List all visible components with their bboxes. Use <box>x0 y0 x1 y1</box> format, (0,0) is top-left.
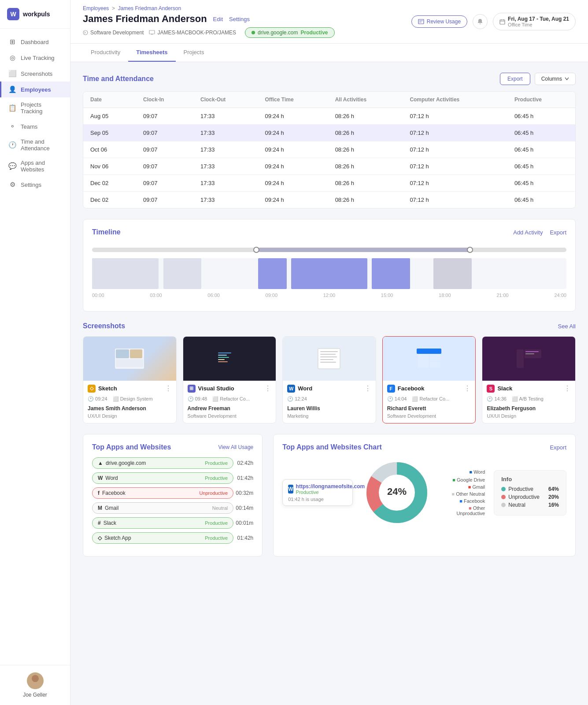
columns-button[interactable]: Columns <box>535 73 576 85</box>
apps-header: Top Apps and Websites View All Usage <box>92 443 253 451</box>
notifications-button[interactable] <box>473 14 488 29</box>
sidebar-item-settings[interactable]: ⚙Settings <box>0 177 70 193</box>
sidebar: W workpuls ⊞Dashboard◎Live Tracking⬜Scre… <box>0 0 70 705</box>
screenshot-info: 🕐 12:24 <box>283 394 376 404</box>
timeline-block-4 <box>291 258 367 289</box>
screenshot-dept: UX/UI Design <box>83 413 176 423</box>
avatar <box>27 672 44 689</box>
screenshot-user: Andrew Freeman <box>183 404 276 413</box>
screenshot-info: 🕐 14:04 ⬜ Refactor Co... <box>383 394 476 404</box>
time-attendance-header: Time and Attendance Export Columns <box>83 73 576 85</box>
app-icon: ◇ <box>88 385 96 393</box>
sidebar-item-dashboard[interactable]: ⊞Dashboard <box>0 34 70 50</box>
screenshot-thumb <box>83 337 176 381</box>
svg-rect-18 <box>218 355 227 356</box>
info-label: Unproductive <box>508 494 540 500</box>
table-row[interactable]: Oct 0609:0717:3309:24 h08:26 h07:12 h06:… <box>83 141 575 158</box>
sidebar-item-screenshots[interactable]: ⬜Screenshots <box>0 66 70 82</box>
app-list-item[interactable]: W Word Productive 01:42h <box>92 472 253 484</box>
app-list-item[interactable]: # Slack Productive 00:01m <box>92 517 253 529</box>
app-icon: W <box>287 385 295 393</box>
calendar-icon <box>499 19 505 25</box>
more-button[interactable]: ⋮ <box>364 384 371 393</box>
app-list-item[interactable]: f Facebook Unproductive 00:32m <box>92 487 253 499</box>
svg-rect-27 <box>320 362 336 363</box>
screenshot-card[interactable]: ⊞ Visual Studio ⋮ 🕐 09:48 ⬜ Refactor Co.… <box>183 336 277 423</box>
sidebar-item-label: Employees <box>21 86 51 93</box>
page-title: James Friedman Anderson <box>83 13 207 25</box>
svg-rect-17 <box>218 352 231 353</box>
sidebar-item-employees[interactable]: 👤Employees <box>0 82 70 97</box>
more-button[interactable]: ⋮ <box>165 384 172 393</box>
timeline-header: Timeline Add Activity Export <box>92 228 566 236</box>
app-list-name: Sketch App <box>104 535 131 541</box>
more-button[interactable]: ⋮ <box>264 384 271 393</box>
add-activity-link[interactable]: Add Activity <box>513 229 543 236</box>
review-usage-button[interactable]: Review Usage <box>411 15 467 28</box>
timeline-label: 21:00 <box>496 293 509 298</box>
timeline-block-1 <box>92 258 159 289</box>
svg-rect-15 <box>116 359 143 367</box>
app-list-item[interactable]: ▲ drive.google.com Productive 02:42h <box>92 457 253 469</box>
table-row[interactable]: Aug 0509:0717:3309:24 h08:26 h07:12 h06:… <box>83 108 575 125</box>
content-area: Time and Attendance Export Columns DateC… <box>70 62 588 567</box>
chart-export-link[interactable]: Export <box>550 444 566 451</box>
screenshot-time: 🕐 12:24 <box>287 396 307 402</box>
sidebar-item-apps-websites[interactable]: 💬Apps and Websites <box>0 156 70 177</box>
app-status-label: Productive <box>205 520 228 526</box>
table-row[interactable]: Sep 0509:0717:3309:24 h08:26 h07:12 h06:… <box>83 125 575 141</box>
svg-rect-20 <box>218 359 225 360</box>
breadcrumb-child: James Friedman Anderson <box>118 5 181 11</box>
cell-clock_in: 09:07 <box>136 192 193 208</box>
tab-timesheets[interactable]: Timesheets <box>128 44 175 62</box>
see-all-link[interactable]: See All <box>558 323 576 330</box>
sidebar-item-projects-tracking[interactable]: 📋Projects Tracking <box>0 97 70 119</box>
screenshots-icon: ⬜ <box>8 70 16 78</box>
more-button[interactable]: ⋮ <box>464 384 471 393</box>
svg-text:24%: 24% <box>387 486 407 497</box>
app-list-item[interactable]: ◇ Sketch App Productive 01:42h <box>92 532 253 544</box>
screenshot-card[interactable]: S Slack ⋮ 🕐 14:36 ⬜ A/B Testing Elizabet… <box>482 336 576 423</box>
screenshot-card[interactable]: F Facebook ⋮ 🕐 14:04 ⬜ Refactor Co... Ri… <box>382 336 476 423</box>
timeline-export-link[interactable]: Export <box>550 229 566 236</box>
info-pct: 20% <box>548 494 559 500</box>
cell-office_time: 09:24 h <box>258 158 328 175</box>
export-button[interactable]: Export <box>500 73 530 85</box>
table-row[interactable]: Dec 0209:0717:3309:24 h08:26 h07:12 h06:… <box>83 192 575 208</box>
settings-link[interactable]: Settings <box>229 16 250 22</box>
app-name-row: F Facebook <box>387 385 425 393</box>
app-list-item[interactable]: M Gmail Neutral 00:14m <box>92 502 253 514</box>
breadcrumb-parent[interactable]: Employees <box>83 5 109 11</box>
view-all-link[interactable]: View All Usage <box>218 444 253 450</box>
tab-projects[interactable]: Projects <box>176 44 212 62</box>
screenshot-dept: Marketing <box>283 413 376 423</box>
app-time: 02:42h <box>233 460 253 466</box>
app-badge: ▲ drive.google.com Productive <box>92 457 233 469</box>
app-status-label: Unproductive <box>199 490 228 496</box>
table-row[interactable]: Nov 0609:0717:3309:24 h08:26 h07:12 h06:… <box>83 158 575 175</box>
cell-date: Oct 06 <box>83 141 136 158</box>
sidebar-item-live-tracking[interactable]: ◎Live Tracking <box>0 50 70 66</box>
chevron-down-icon <box>565 77 569 81</box>
col-date: Date <box>83 92 136 108</box>
timeline-slider[interactable] <box>92 248 566 252</box>
more-button[interactable]: ⋮ <box>564 384 571 393</box>
svg-rect-25 <box>320 356 337 357</box>
topbar: Employees > James Friedman Anderson Jame… <box>70 0 588 44</box>
cell-all_activities: 08:26 h <box>328 141 403 158</box>
screenshot-card[interactable]: ◇ Sketch ⋮ 🕐 09:24 ⬜ Design System James… <box>83 336 177 423</box>
screenshot-card[interactable]: W Word ⋮ 🕐 12:24 Lauren Willis Marketing <box>282 336 376 423</box>
time-attendance-table: DateClock-InClock-OutOffice TimeAll Acti… <box>83 91 576 208</box>
edit-link[interactable]: Edit <box>213 16 223 22</box>
cell-computer_activities: 07:12 h <box>403 141 507 158</box>
app-name-row: S Slack <box>487 385 512 393</box>
sidebar-item-teams[interactable]: ⚬Teams <box>0 119 70 134</box>
slider-handle-left[interactable] <box>253 247 259 253</box>
date-range-picker[interactable]: Fri, Aug 17 - Tue, Aug 21 Office Time <box>493 13 576 30</box>
table-row[interactable]: Dec 0209:0717:3309:24 h08:26 h07:12 h06:… <box>83 175 575 192</box>
cell-computer_activities: 07:12 h <box>403 108 507 125</box>
sidebar-item-time-attendance[interactable]: 🕐Time and Attendance <box>0 134 70 156</box>
apps-list: ▲ drive.google.com Productive 02:42h W W… <box>92 457 253 544</box>
slider-handle-right[interactable] <box>467 247 473 253</box>
tab-productivity[interactable]: Productivity <box>83 44 128 62</box>
